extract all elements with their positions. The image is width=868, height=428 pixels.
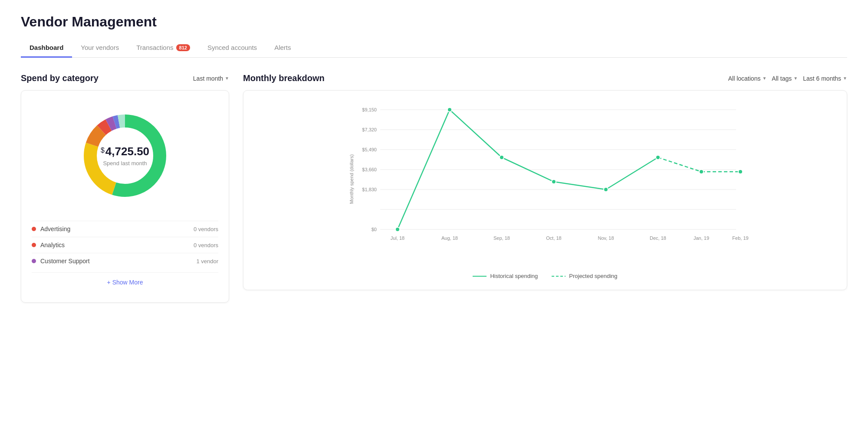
- spend-by-category-panel: Spend by category Last month ▼: [21, 73, 229, 303]
- donut-center: $ 4,725.50 Spend last month: [101, 145, 149, 167]
- breakdown-panel-header: Monthly breakdown All locations ▼ All ta…: [243, 73, 847, 83]
- donut-label: Spend last month: [101, 160, 149, 167]
- chevron-down-icon: ▼: [843, 76, 847, 81]
- svg-text:Jan, 19: Jan, 19: [694, 235, 709, 241]
- svg-point-38: [738, 170, 743, 174]
- page-container: Vendor Management Dashboard Your vendors…: [0, 0, 868, 428]
- svg-point-32: [447, 108, 452, 112]
- tabs-bar: Dashboard Your vendors Transactions 812 …: [21, 39, 847, 58]
- tab-transactions[interactable]: Transactions 812: [128, 39, 199, 58]
- svg-text:Sep, 18: Sep, 18: [493, 235, 510, 241]
- tab-synced-accounts[interactable]: Synced accounts: [199, 39, 266, 58]
- donut-chart: $ 4,725.50 Spend last month: [77, 108, 173, 203]
- svg-text:$5,490: $5,490: [362, 147, 377, 152]
- svg-text:Aug, 18: Aug, 18: [441, 235, 458, 241]
- svg-text:Oct, 18: Oct, 18: [546, 235, 561, 241]
- svg-point-36: [656, 155, 660, 160]
- tab-alerts[interactable]: Alerts: [266, 39, 299, 58]
- svg-text:$1,830: $1,830: [362, 187, 377, 192]
- filter-group: All locations ▼ All tags ▼ Last 6 months…: [728, 75, 847, 82]
- analytics-dot: [32, 243, 36, 247]
- svg-text:$9,150: $9,150: [362, 107, 377, 112]
- svg-text:Dec, 18: Dec, 18: [650, 235, 666, 241]
- svg-point-31: [395, 227, 400, 232]
- svg-text:$3,660: $3,660: [362, 167, 377, 172]
- chevron-down-icon: ▼: [793, 76, 798, 81]
- svg-text:$0: $0: [372, 227, 377, 232]
- tab-dashboard[interactable]: Dashboard: [21, 39, 72, 58]
- spend-panel-header: Spend by category Last month ▼: [21, 73, 229, 83]
- chart-card: $9,150 $7,320 $5,490 $3,660 $1,830 $0 Mo…: [243, 90, 847, 290]
- legend-projected: Projected spending: [552, 273, 617, 279]
- monthly-breakdown-panel: Monthly breakdown All locations ▼ All ta…: [243, 73, 847, 290]
- svg-point-37: [699, 170, 704, 174]
- legend-item-analytics: Analytics 0 vendors: [32, 237, 218, 253]
- show-more-button[interactable]: + Show More: [32, 272, 218, 292]
- chevron-down-icon: ▼: [762, 76, 766, 81]
- page-title: Vendor Management: [21, 14, 847, 30]
- svg-text:Nov, 18: Nov, 18: [598, 235, 614, 241]
- legend-historical: Historical spending: [473, 273, 538, 279]
- svg-point-34: [552, 180, 556, 184]
- svg-text:Jul, 18: Jul, 18: [391, 235, 404, 241]
- svg-text:Monthly spend (dollars): Monthly spend (dollars): [349, 154, 354, 204]
- svg-point-35: [604, 187, 608, 192]
- donut-amount: $ 4,725.50: [101, 145, 149, 158]
- advertising-dot: [32, 227, 36, 231]
- chevron-down-icon: ▼: [225, 76, 229, 81]
- spend-card: $ 4,725.50 Spend last month Advertising …: [21, 90, 229, 303]
- main-content: Spend by category Last month ▼: [21, 73, 847, 303]
- all-tags-filter[interactable]: All tags ▼: [772, 75, 798, 82]
- legend-item-advertising: Advertising 0 vendors: [32, 221, 218, 237]
- historical-line-icon: [473, 276, 487, 277]
- customer-support-dot: [32, 259, 36, 263]
- svg-text:Feb, 19: Feb, 19: [732, 235, 748, 241]
- spend-section-title: Spend by category: [21, 73, 99, 83]
- chart-area: $9,150 $7,320 $5,490 $3,660 $1,830 $0 Mo…: [254, 101, 836, 266]
- category-legend-list: Advertising 0 vendors Analytics 0 vendor…: [32, 221, 218, 269]
- svg-point-33: [500, 155, 504, 160]
- projected-line-icon: [552, 276, 566, 277]
- transactions-badge: 812: [176, 44, 190, 51]
- currency-symbol: $: [101, 147, 105, 154]
- tab-your-vendors[interactable]: Your vendors: [72, 39, 128, 58]
- all-locations-filter[interactable]: All locations ▼: [728, 75, 767, 82]
- svg-text:$7,320: $7,320: [362, 127, 377, 132]
- donut-container: $ 4,725.50 Spend last month: [32, 101, 218, 210]
- last-6-months-filter[interactable]: Last 6 months ▼: [803, 75, 847, 82]
- legend-item-customer-support: Customer Support 1 vendor: [32, 253, 218, 269]
- breakdown-section-title: Monthly breakdown: [243, 73, 325, 83]
- last-month-filter[interactable]: Last month ▼: [193, 75, 229, 82]
- chart-legend: Historical spending Projected spending: [254, 273, 836, 279]
